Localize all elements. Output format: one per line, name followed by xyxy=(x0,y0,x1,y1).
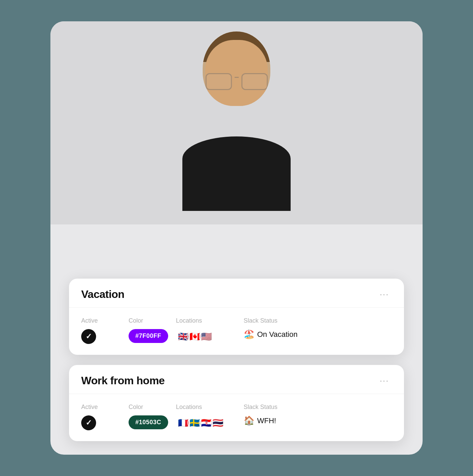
wfh-slack-emoji: 🏠 xyxy=(244,415,254,426)
wfh-check-icon: ✓ xyxy=(86,418,92,427)
wfh-active-value: ✓ xyxy=(81,415,129,430)
vacation-color-label: Color xyxy=(129,317,176,324)
vacation-active-col: Active ✓ xyxy=(81,317,129,344)
vacation-locations-label: Locations xyxy=(176,317,244,324)
glasses-bridge xyxy=(234,77,239,78)
vacation-check-icon: ✓ xyxy=(86,332,92,341)
wfh-slack-status: 🏠 WFH! xyxy=(244,415,276,426)
wfh-color-label: Color xyxy=(129,404,176,411)
wfh-flags: 🇫🇷 🇸🇪 🇭🇷 🇹🇭 xyxy=(176,415,225,430)
wfh-check-circle: ✓ xyxy=(81,415,96,430)
wfh-slack-value: 🏠 WFH! xyxy=(244,415,318,426)
vacation-active-label: Active xyxy=(81,317,129,324)
wfh-locations-label: Locations xyxy=(176,404,244,411)
person-body xyxy=(182,136,291,211)
wfh-card-header: Work from home ··· xyxy=(69,365,404,394)
cards-area: Vacation ··· Active ✓ Color xyxy=(69,279,404,441)
vacation-card: Vacation ··· Active ✓ Color xyxy=(69,279,404,355)
vacation-active-value: ✓ xyxy=(81,329,129,344)
vacation-locations-col: Locations 🇬🇧 🇨🇦 🇺🇸 xyxy=(176,317,244,344)
wfh-active-label: Active xyxy=(81,404,129,411)
vacation-slack-text: On Vacation xyxy=(257,330,297,339)
person-glasses xyxy=(204,72,269,91)
person-figure xyxy=(172,21,301,211)
wfh-slack-label: Slack Status xyxy=(244,404,318,411)
person-face xyxy=(205,40,268,106)
wfh-locations-value: 🇫🇷 🇸🇪 🇭🇷 🇹🇭 xyxy=(176,415,244,430)
vacation-color-badge[interactable]: #7F00FF xyxy=(129,329,168,343)
wfh-slack-text: WFH! xyxy=(257,416,276,425)
vacation-slack-value: 🏖️ On Vacation xyxy=(244,329,318,340)
photo-area xyxy=(50,21,423,224)
wfh-color-col: Color #10503C xyxy=(129,404,176,429)
vacation-slack-emoji: 🏖️ xyxy=(244,329,254,340)
vacation-locations-value: 🇬🇧 🇨🇦 🇺🇸 xyxy=(176,329,244,344)
wfh-locations-col: Locations 🇫🇷 🇸🇪 🇭🇷 🇹🇭 xyxy=(176,404,244,430)
vacation-more-button[interactable]: ··· xyxy=(377,289,392,300)
wfh-more-button[interactable]: ··· xyxy=(377,375,392,387)
glasses-left-frame xyxy=(205,73,232,90)
vacation-slack-status: 🏖️ On Vacation xyxy=(244,329,297,340)
wfh-color-value: #10503C xyxy=(129,415,176,429)
wfh-color-badge[interactable]: #10503C xyxy=(129,415,168,429)
wfh-card-body: Active ✓ Color #10503C Locat xyxy=(69,394,404,441)
vacation-slack-col: Slack Status 🏖️ On Vacation xyxy=(244,317,318,340)
vacation-flag-3: 🇺🇸 xyxy=(199,329,214,344)
wfh-card: Work from home ··· Active ✓ Color xyxy=(69,365,404,441)
vacation-card-body: Active ✓ Color #7F00FF Locat xyxy=(69,308,404,355)
vacation-card-header: Vacation ··· xyxy=(69,279,404,307)
wfh-active-col: Active ✓ xyxy=(81,404,129,430)
glasses-right-frame xyxy=(241,73,268,90)
vacation-check-circle: ✓ xyxy=(81,329,96,344)
vacation-color-value: #7F00FF xyxy=(129,329,176,343)
vacation-card-title: Vacation xyxy=(81,288,125,301)
vacation-slack-label: Slack Status xyxy=(244,317,318,324)
vacation-color-col: Color #7F00FF xyxy=(129,317,176,343)
wfh-flag-4: 🇹🇭 xyxy=(210,415,225,430)
wfh-slack-col: Slack Status 🏠 WFH! xyxy=(244,404,318,426)
main-container: Vacation ··· Active ✓ Color xyxy=(50,21,423,455)
wfh-card-title: Work from home xyxy=(81,374,165,387)
vacation-flags: 🇬🇧 🇨🇦 🇺🇸 xyxy=(176,329,214,344)
person-head xyxy=(203,31,270,106)
